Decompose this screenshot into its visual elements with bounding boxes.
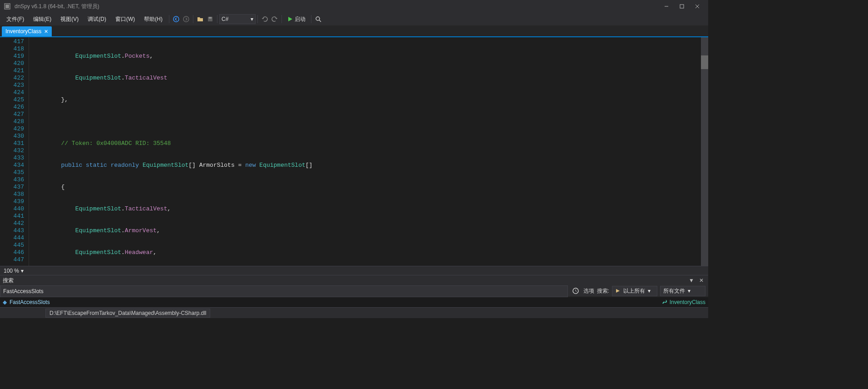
language-select[interactable]: C# ▾ — [219, 14, 256, 24]
language-select-value: C# — [222, 16, 228, 22]
search-scope-combo[interactable]: 以上所有 ▾ — [612, 286, 657, 296]
tab-close-button[interactable]: ✕ — [44, 29, 48, 35]
svg-rect-1 — [5, 5, 9, 8]
field-icon: ◆ — [3, 299, 7, 305]
minimize-button[interactable] — [659, 1, 674, 12]
save-button[interactable] — [205, 14, 215, 24]
undo-button[interactable] — [260, 14, 270, 24]
document-tab-label: InventoryClass — [5, 28, 41, 35]
result-name: FastAccessSlots — [10, 299, 50, 305]
svg-rect-9 — [209, 17, 212, 19]
menu-help[interactable]: 帮助(H) — [139, 14, 167, 25]
window-title: dnSpy v6.1.8 (64-bit, .NET, 管理员) — [15, 3, 99, 10]
panel-close-button[interactable]: ✕ — [697, 277, 705, 284]
toolbar-search-button[interactable] — [313, 14, 323, 24]
svg-point-10 — [316, 17, 320, 20]
chevron-down-icon: ▾ — [251, 16, 253, 22]
document-tab-active[interactable]: InventoryClass ✕ — [2, 26, 52, 36]
zoom-dropdown-icon[interactable]: ▾ — [21, 268, 24, 274]
status-bar: D:\EFT\EscapeFromTarkov_Data\Managed\Ass… — [0, 307, 708, 318]
svg-line-11 — [319, 20, 321, 22]
svg-rect-3 — [680, 5, 684, 8]
maximize-button[interactable] — [675, 1, 689, 12]
search-options-button[interactable] — [571, 286, 581, 296]
nav-back-button[interactable] — [171, 14, 181, 24]
svg-point-7 — [183, 16, 189, 22]
result-class: InventoryClass — [670, 299, 705, 305]
nav-forward-button[interactable] — [181, 14, 191, 24]
line-number-gutter: 4174184194204214224234244254264274284294… — [0, 37, 29, 266]
start-label: 启动 — [295, 15, 306, 23]
search-panel-title: 搜索 — [3, 277, 14, 284]
panel-dropdown-icon[interactable]: ▼ — [687, 277, 695, 284]
options-label: 选项 — [583, 287, 594, 295]
titlebar: dnSpy v6.1.8 (64-bit, .NET, 管理员) — [0, 0, 708, 13]
code-content[interactable]: EquipmentSlot.Pockets, EquipmentSlot.Tac… — [29, 37, 701, 266]
redo-button[interactable] — [270, 14, 280, 24]
start-debug-button[interactable]: 启动 — [284, 14, 309, 24]
svg-point-6 — [173, 16, 179, 22]
wrench-icon — [661, 299, 668, 305]
document-tab-bar: InventoryClass ✕ — [0, 25, 708, 37]
search-location-combo[interactable]: 所有文件 ▾ — [660, 286, 705, 296]
menu-edit[interactable]: 编辑(E) — [29, 14, 56, 25]
menu-debug[interactable]: 调试(D) — [83, 14, 111, 25]
search-input-value: FastAccessSlots — [0, 288, 567, 294]
search-input[interactable]: FastAccessSlots — [0, 285, 568, 297]
code-editor[interactable]: 4174184194204214224234244254264274284294… — [0, 37, 708, 266]
status-path: D:\EFT\EscapeFromTarkov_Data\Managed\Ass… — [45, 309, 210, 318]
search-label: 搜索: — [597, 287, 609, 295]
app-icon — [4, 3, 11, 10]
vertical-scrollbar[interactable] — [701, 37, 708, 266]
menu-file[interactable]: 文件(F) — [2, 14, 29, 25]
chevron-down-icon: ▾ — [648, 288, 651, 294]
close-button[interactable] — [690, 1, 705, 12]
editor-footer: 100 % ▾ — [0, 266, 708, 275]
search-result-row[interactable]: ◆ FastAccessSlots InventoryClass — [0, 297, 708, 307]
search-panel-header: 搜索 ▼ ✕ — [0, 275, 708, 285]
open-button[interactable] — [195, 14, 205, 24]
menu-window[interactable]: 窗口(W) — [111, 14, 139, 25]
menu-view[interactable]: 视图(V) — [56, 14, 83, 25]
chevron-down-icon: ▾ — [688, 288, 690, 294]
search-panel: 搜索 ▼ ✕ FastAccessSlots 选项 搜索: 以上所有 ▾ 所有文… — [0, 275, 708, 307]
menubar: 文件(F) 编辑(E) 视图(V) 调试(D) 窗口(W) 帮助(H) C# ▾… — [0, 13, 708, 25]
zoom-level[interactable]: 100 % — [4, 268, 19, 274]
